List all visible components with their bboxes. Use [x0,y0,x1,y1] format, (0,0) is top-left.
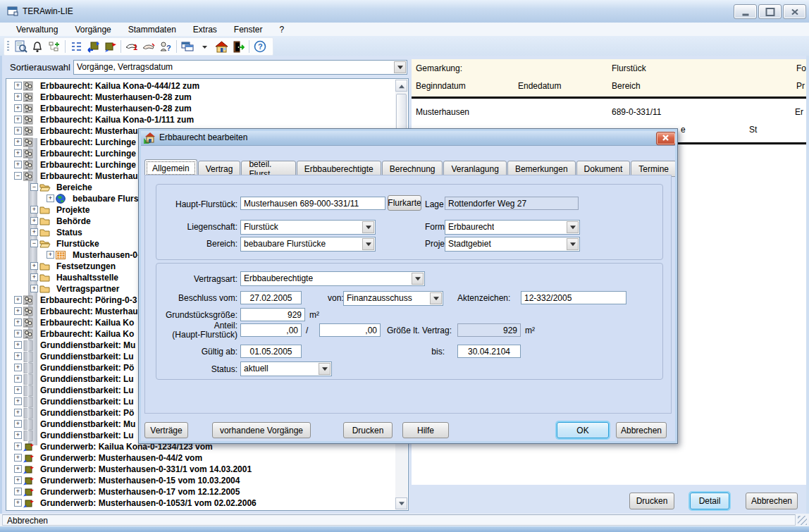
close-button[interactable] [783,4,806,19]
tree-item[interactable]: + Erbbaurecht: Kailua Kona-0-1/111 zum [6,114,408,125]
scroll-up-icon[interactable] [395,80,407,92]
tree-expander[interactable]: + [14,93,22,101]
hierarchy-add-icon[interactable] [46,39,63,54]
tree-expander[interactable]: + [47,251,54,259]
detail-drucken-button[interactable]: Drucken [629,493,674,509]
tree-item[interactable]: + Erbbaurecht: Musterhausen-0-28 zum [6,92,408,103]
hilfe-button[interactable]: Hilfe [402,422,449,438]
tree-expander[interactable]: + [14,454,22,462]
minimize-button[interactable] [734,4,757,19]
tree-expander[interactable]: + [14,443,22,450]
help-icon[interactable]: ? [252,39,268,54]
menu-item-?[interactable]: ? [272,23,292,36]
sort-combobox[interactable]: Vorgänge, Vertragsdatum [73,60,407,75]
tree-expander[interactable]: + [30,285,38,292]
tree-expander[interactable]: + [14,476,22,484]
print-preview-icon[interactable] [12,39,29,54]
anteil-input-2[interactable]: ,00 [319,323,381,337]
dialog-drucken-button[interactable]: Drucken [343,422,393,438]
tree-expander[interactable]: − [14,172,22,180]
menu-item-verwaltung[interactable]: Verwaltung [8,23,66,36]
maximize-button[interactable] [758,4,782,19]
resize-grip[interactable] [798,516,807,525]
persons-question-icon[interactable]: ? [157,39,174,54]
bis-input[interactable]: 30.04.2104 [457,345,521,358]
tree-expander[interactable]: + [14,375,22,383]
detail-abbrechen-button[interactable]: Abbrechen [746,493,798,509]
projekt-combobox[interactable]: Stadtgebiet [445,237,580,252]
tree-expander[interactable]: + [14,488,22,495]
tree-expander[interactable]: + [14,420,22,428]
tree-expander[interactable]: + [14,364,22,371]
flurkarte-button[interactable]: Flurkarte [388,195,421,211]
menu-item-fenster[interactable]: Fenster [226,23,271,36]
tree-expander[interactable]: + [14,352,22,360]
tree-expander[interactable]: + [14,409,22,416]
dropdown-arrow-icon[interactable] [196,39,213,54]
menu-item-vorgnge[interactable]: Vorgänge [67,23,118,36]
tree-expander[interactable]: + [30,228,38,236]
chevron-down-icon[interactable] [567,221,579,233]
chevron-down-icon[interactable] [412,273,424,285]
tree-item[interactable]: + Grunderwerb: Musterhausen-0-44/2 vom [6,452,408,464]
tree-expander[interactable]: + [14,318,22,326]
tree-expander[interactable]: + [14,149,22,157]
tree-item[interactable]: + Grunderwerb: Musterhausen-0-331/1 vom … [6,464,408,475]
vertraege-button[interactable]: Verträge [144,422,188,438]
gueltig-ab-input[interactable]: 01.05.2005 [240,345,302,358]
tree-expander[interactable]: + [30,273,38,281]
tree-expander[interactable]: + [14,330,22,338]
tree-expander[interactable]: − [30,183,38,191]
von-combobox[interactable]: Finanzausschuss [343,291,443,306]
tree-expander[interactable]: + [14,397,22,405]
export-arrow-icon[interactable] [101,39,118,54]
chevron-down-icon[interactable] [394,61,406,73]
tree-expander[interactable]: + [14,82,22,89]
hand-one-icon[interactable]: 1 [123,39,140,54]
form-combobox[interactable]: Erbbaurecht [445,220,580,235]
vertragsart-combobox[interactable]: Erbbauberechtigte [240,271,425,286]
tree-expander[interactable]: + [14,116,22,123]
bell-icon[interactable] [29,39,46,54]
tree-expander[interactable]: + [14,296,22,304]
list-icon[interactable] [68,39,85,54]
menu-item-extras[interactable]: Extras [185,23,225,36]
bereich-combobox[interactable]: bebaubare Flurstücke [240,237,376,252]
tree-expander[interactable]: + [30,206,38,214]
dialog-abbrechen-button[interactable]: Abbrechen [616,422,667,438]
tree-expander[interactable]: + [14,127,22,135]
liegenschaft-combobox[interactable]: Flurstück [240,220,376,235]
tree-expander[interactable]: + [14,341,22,349]
dialog-close-button[interactable] [656,132,676,145]
tree-expander[interactable]: + [14,465,22,473]
chevron-down-icon[interactable] [567,238,579,250]
tree-expander[interactable]: + [14,386,22,394]
tree-expander[interactable]: + [14,104,22,112]
exit-door-icon[interactable] [230,39,247,54]
tree-item[interactable]: + Erbbaurecht: Kailua Kona-0-444/12 zum [6,80,408,92]
detail-button[interactable]: Detail [690,493,729,509]
chevron-down-icon[interactable] [362,221,374,233]
chevron-down-icon[interactable] [319,363,331,375]
vorhandene-vorgaenge-button[interactable]: vorhandene Vorgänge [212,422,311,438]
beschluss-input[interactable]: 27.02.2005 [240,291,302,304]
chevron-down-icon[interactable] [362,238,374,250]
haupt-flurstueck-input[interactable]: Musterhausen 689-000-331/11 [240,197,385,210]
dialog-title-bar[interactable]: LIE Erbbaurecht bearbeiten [140,130,677,146]
tree-expander[interactable]: + [14,161,22,168]
title-bar[interactable]: TERAwin-LIE [0,0,809,23]
windows-cascade-icon[interactable] [179,39,196,54]
tree-expander[interactable]: + [14,431,22,439]
ok-button[interactable]: OK [557,422,609,438]
import-arrows-icon[interactable] [85,39,101,54]
tree-expander[interactable]: + [14,138,22,146]
tree-item[interactable]: + Grunderwerb: Musterhausen-0-17 vom 12.… [6,486,408,497]
tree-item[interactable]: + Grunderwerb: Musterhausen-0-15 vom 10.… [6,475,408,486]
tree-item[interactable]: + Erbbaurecht: Musterhausen-0-28 zum [6,103,408,114]
anteil-input-1[interactable]: ,00 [240,323,302,337]
aktenzeichen-input[interactable]: 12-332/2005 [521,291,626,304]
hand-two-icon[interactable] [140,39,157,54]
tree-expander[interactable]: − [30,240,38,247]
home-icon[interactable] [213,39,230,54]
tree-expander[interactable]: + [47,194,54,202]
